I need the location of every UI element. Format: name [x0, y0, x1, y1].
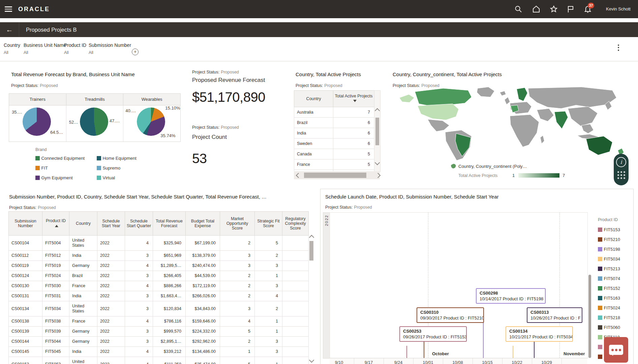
scroll-left-icon[interactable] [296, 173, 301, 178]
table-row[interactable]: CS00134FIT5034United States20223$120,834… [9, 301, 309, 316]
legend-swatch [97, 166, 101, 170]
legend-label[interactable]: FIT5198 [604, 247, 620, 252]
legend-label[interactable]: FIT5213 [604, 266, 620, 271]
col-header-market-opportunity[interactable]: Market Opportunity Score [220, 212, 255, 236]
user-name[interactable]: Kevin Schott [606, 6, 631, 11]
event-stem-cs00134 [513, 346, 513, 358]
add-filter-icon[interactable]: + [132, 49, 139, 55]
legend-label[interactable]: FIT5163 [604, 296, 620, 301]
scroll-up-icon[interactable] [375, 108, 380, 114]
table-row[interactable]: CS00153FIT5053United States20224$111,258… [9, 357, 309, 364]
table-row[interactable]: Australia7 [294, 107, 374, 118]
legend-label[interactable]: FIT5152 [604, 286, 620, 291]
pie-wearables[interactable] [137, 108, 165, 136]
map-country-australia[interactable] [586, 136, 612, 155]
table-row[interactable]: India6 [294, 128, 374, 139]
table-row[interactable]: CS00144FIT5044Germany20223$2,895,1…$292,… [9, 337, 309, 347]
table-row[interactable]: CS00112FIT5012India20223$651,969$138,379… [9, 251, 309, 261]
col-header-revenue[interactable]: Total Revenue Forecast [153, 212, 186, 236]
map-country-canada[interactable] [415, 88, 472, 107]
legend-label[interactable]: Home Equipment [102, 156, 136, 161]
table-row[interactable]: Brazil6 [294, 118, 374, 128]
table-row[interactable]: CS00119FIT5019Germany20224$1,289,5…$240,… [9, 261, 309, 271]
legend-label[interactable]: Virtual [102, 175, 115, 180]
legend-label[interactable]: Supremo [102, 165, 120, 171]
filter-business-unit[interactable]: Business Unit Name All [24, 42, 66, 55]
scroll-thumb[interactable] [375, 118, 379, 145]
map-country-india[interactable] [554, 111, 568, 129]
map-layer-label[interactable]: Country, Country_continent (Poly… [458, 164, 527, 169]
filter-product-id[interactable]: Product ID All [64, 42, 86, 55]
home-icon[interactable] [532, 5, 540, 14]
col-header-strategic-fit[interactable]: Strategic Fit Score [255, 212, 282, 236]
canvas-menu-kebab-icon[interactable] [618, 43, 619, 52]
event-callout-cs00253[interactable]: CS00253 09/26/2017 Product ID : FIT5153 [399, 326, 467, 342]
col-header-product-id[interactable]: Product ID [42, 212, 69, 236]
table-row[interactable]: Sweden6 [294, 139, 374, 149]
pie-treadmills[interactable] [80, 108, 108, 136]
world-choropleth-map[interactable] [393, 86, 632, 162]
back-arrow-icon[interactable]: ← [0, 22, 19, 37]
legend-label[interactable]: Gym Equipment [41, 175, 72, 180]
axis-tick: 9/24 [394, 360, 402, 364]
legend-label[interactable]: FIT5034 [604, 256, 620, 262]
projects-table-vscrollbar[interactable] [308, 233, 314, 364]
apps-grid-icon[interactable] [617, 171, 625, 179]
notifications-bell-icon[interactable]: 37 [584, 5, 592, 14]
col-header-submission[interactable]: Submission Number [9, 212, 42, 236]
table-row[interactable]: Canada5 [294, 149, 374, 159]
legend-label[interactable]: FIT5074 [604, 276, 620, 281]
map-country-alaska[interactable] [399, 94, 414, 102]
legend-label[interactable]: FIT5024 [604, 305, 620, 310]
map-panel-title: Country, Country_continent, Total Active… [393, 71, 502, 77]
country-table-vscrollbar[interactable] [374, 90, 381, 172]
hamburger-menu-icon[interactable] [5, 5, 12, 13]
table-row[interactable]: CS00138FIT5038France20224$786,116$159,64… [9, 316, 309, 327]
country-table-hscrollbar[interactable] [294, 171, 380, 179]
legend-label[interactable]: FIT5153 [604, 227, 620, 232]
total-active-col-header[interactable]: Total Active Projects [333, 91, 374, 107]
event-callout-cs00134[interactable]: CS00134 10/21/2017 Product ID : FIT5034 [506, 326, 573, 342]
legend-label[interactable]: FIT [41, 165, 48, 171]
flag-icon[interactable] [567, 5, 575, 14]
table-row[interactable]: CS00104FIT5004United States20224$325,940… [9, 236, 309, 251]
table-row[interactable]: CS00124FIT5024Brazil20223$266,405$44,539… [9, 271, 309, 281]
scroll-down-icon[interactable] [375, 160, 380, 165]
table-row[interactable]: CS00145FIT5045India20224$339,212$134,486… [9, 347, 309, 357]
scroll-down-icon[interactable] [309, 358, 314, 363]
event-callout-cs00298[interactable]: CS00298 10/14/2017 Product ID : FIT5198 [476, 288, 546, 304]
table-row[interactable]: CS00139FIT5039Germany20223$999,570$224,3… [9, 327, 309, 337]
col-header-regulatory[interactable]: Regulatory Complexity Score [282, 212, 309, 236]
scroll-thumb[interactable] [304, 173, 366, 178]
event-callout-cs00310[interactable]: CS00310 09/30/2017 Product ID : FIT5210 [417, 307, 484, 323]
scroll-thumb[interactable] [309, 241, 313, 261]
sort-asc-icon [55, 223, 58, 227]
col-header-budget[interactable]: Budget Total Expense [186, 212, 220, 236]
col-header-start-quarter[interactable]: Schedule Start Quarter [125, 212, 153, 236]
table-row[interactable]: CS00130FIT5030France20224$886,266$172,11… [9, 281, 309, 291]
legend-label[interactable]: FIT5218 [604, 315, 620, 320]
legend-label[interactable]: FIT5060 [604, 325, 620, 330]
table-row[interactable]: CS00131FIT5031India20223$1,663,4…$266,02… [9, 291, 309, 301]
col-header-country[interactable]: Country [69, 212, 97, 236]
scroll-up-icon[interactable] [309, 235, 314, 240]
pie-label: 35.74% [160, 133, 175, 138]
event-callout-cs00313[interactable]: CS00313 10/26/2017 Product ID : F [527, 307, 582, 323]
map-country-united-states[interactable] [418, 104, 459, 120]
col-header-start-year[interactable]: Schedule Start Year [97, 212, 125, 236]
timeline-vscrollbar-thumb[interactable] [588, 275, 591, 358]
scroll-right-icon[interactable] [375, 173, 381, 178]
search-icon[interactable] [514, 5, 522, 14]
info-icon[interactable]: i [616, 157, 626, 167]
table-row[interactable]: France5 [294, 159, 374, 170]
favorites-star-icon[interactable] [550, 5, 558, 14]
filter-country[interactable]: Country All [4, 42, 20, 55]
legend-label[interactable]: Connected Equipment [41, 156, 85, 161]
chat-assistant-button[interactable] [604, 337, 628, 363]
brand-legend-col2: Home Equipment Supremo Virtual [97, 156, 136, 181]
map-country-sweden[interactable] [517, 88, 527, 101]
legend-label[interactable]: FIT5210 [604, 237, 620, 242]
pie-trainers[interactable] [23, 108, 51, 136]
filter-submission-number[interactable]: Submission Number All [89, 42, 131, 55]
country-col-header[interactable]: Country [294, 91, 333, 107]
